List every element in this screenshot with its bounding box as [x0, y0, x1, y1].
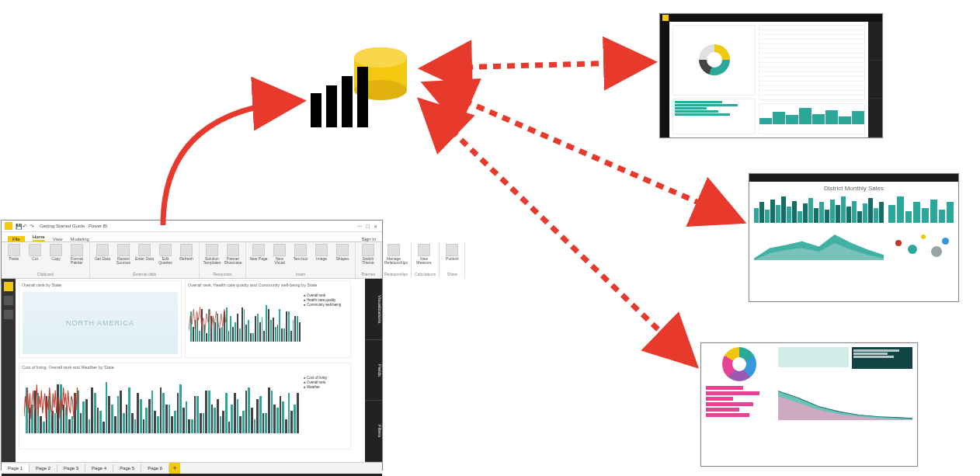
- arrow-overlay: [0, 0, 980, 476]
- arrow-dashed-r1: [423, 62, 652, 68]
- arrow-solid-upload: [163, 101, 301, 225]
